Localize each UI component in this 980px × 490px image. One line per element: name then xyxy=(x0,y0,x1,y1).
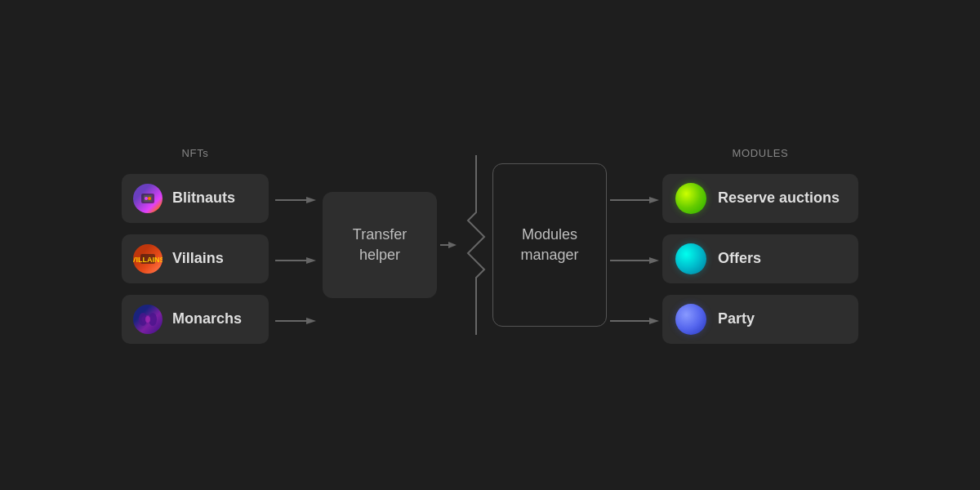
nfts-section: NFTs Blitnauts xyxy=(122,147,269,344)
svg-marker-19 xyxy=(649,197,659,203)
svg-point-9 xyxy=(145,316,150,323)
svg-point-3 xyxy=(148,197,151,200)
nfts-label: NFTs xyxy=(182,147,209,159)
arrow-row-2 xyxy=(275,236,316,285)
module-arrow-2 xyxy=(610,236,659,285)
offers-orb xyxy=(675,243,706,274)
zigzag-connector xyxy=(460,163,492,327)
module-card-party: Party xyxy=(662,295,858,344)
modules-label: MODULES xyxy=(733,147,789,159)
blitnauts-name: Blitnauts xyxy=(172,189,235,207)
middle-connector xyxy=(440,238,457,252)
svg-marker-17 xyxy=(448,242,457,248)
nft-cards: Blitnauts VILLAINS Villains xyxy=(122,174,269,344)
modules-section: MODULES Reserve auctions Offers Party xyxy=(662,147,858,344)
nft-card-monarchs: Monarchs xyxy=(122,295,269,344)
modules-manager-label: Modules manager xyxy=(520,225,578,265)
party-orb xyxy=(675,304,706,335)
nft-to-transfer-arrows xyxy=(275,145,316,345)
blitnauts-icon xyxy=(133,184,163,213)
modules-manager-box: Modules manager xyxy=(492,163,607,327)
modules-cards: Reserve auctions Offers Party xyxy=(662,174,858,344)
transfer-helper-label: Transfer helper xyxy=(353,225,407,265)
svg-marker-11 xyxy=(306,197,316,203)
villains-name: Villains xyxy=(172,250,224,267)
nft-card-blitnauts: Blitnauts xyxy=(122,174,269,223)
arrow-row-3 xyxy=(275,296,316,345)
nft-card-villains: VILLAINS Villains xyxy=(122,234,269,283)
villains-icon: VILLAINS xyxy=(133,244,163,274)
modules-arrows xyxy=(610,145,659,345)
module-card-offers: Offers xyxy=(662,234,858,283)
svg-marker-23 xyxy=(649,318,659,324)
module-arrow-1 xyxy=(610,176,659,225)
offers-name: Offers xyxy=(718,250,761,267)
module-card-reserve-auctions: Reserve auctions xyxy=(662,174,858,223)
reserve-auctions-orb xyxy=(675,183,706,214)
svg-text:VILLAINS: VILLAINS xyxy=(133,256,163,264)
arrow-row-1 xyxy=(275,176,316,225)
svg-marker-15 xyxy=(306,318,316,324)
svg-marker-13 xyxy=(306,257,316,264)
monarchs-icon xyxy=(133,305,163,334)
reserve-auctions-name: Reserve auctions xyxy=(718,189,840,207)
svg-point-2 xyxy=(145,197,148,200)
transfer-helper-box: Transfer helper xyxy=(323,192,437,298)
diagram: NFTs Blitnauts xyxy=(0,0,980,490)
party-name: Party xyxy=(718,310,755,327)
svg-marker-21 xyxy=(649,257,659,264)
module-arrow-3 xyxy=(610,296,659,345)
monarchs-name: Monarchs xyxy=(172,310,242,327)
